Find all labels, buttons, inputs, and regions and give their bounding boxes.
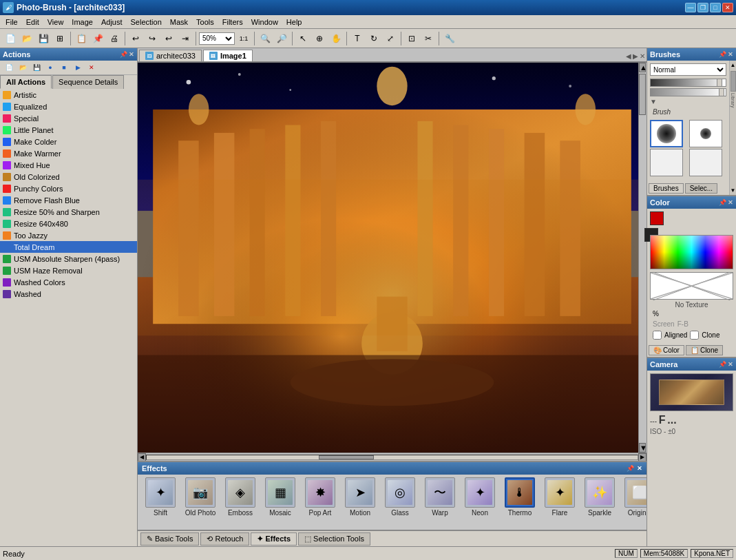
canvas-area[interactable]: ▲ ▼ — [138, 63, 646, 453]
brushes-scroll[interactable]: ▲ Library ▼ — [729, 61, 736, 195]
menu-filters[interactable]: Filters — [218, 17, 247, 28]
actions-new-btn[interactable]: 📄 — [3, 62, 15, 73]
brush-tab-select[interactable]: Selec... — [685, 183, 717, 194]
menu-edit[interactable]: Edit — [22, 17, 43, 28]
open-button[interactable]: 📂 — [19, 31, 34, 46]
doc-tab-image1[interactable]: 🖼 Image1 — [203, 50, 253, 61]
step-button[interactable]: ⇥ — [178, 31, 193, 46]
camera-pin-icon[interactable]: 📌 — [719, 361, 726, 368]
menu-help[interactable]: Help — [282, 17, 306, 28]
action-item-special[interactable]: Special — [0, 112, 137, 124]
effect-motion[interactable]: ➤ Motion — [343, 477, 377, 517]
hand-tool[interactable]: ✋ — [328, 31, 344, 46]
brushes-close-icon[interactable]: ✕ — [728, 51, 733, 58]
action-item-resize-640[interactable]: Resize 640x480 — [0, 218, 137, 229]
undo-button[interactable]: ↩ — [128, 31, 143, 46]
paste-button[interactable]: 📌 — [90, 31, 105, 46]
close-button[interactable]: ✕ — [722, 3, 733, 12]
scroll-arrow-left[interactable]: ◀ — [138, 453, 146, 462]
scroll-arrow-up[interactable]: ▲ — [639, 63, 646, 72]
grid-button[interactable]: ⊞ — [52, 31, 67, 46]
action-item-too-jazzy[interactable]: Too Jazzy — [0, 229, 137, 241]
brushes-scroll-thumb[interactable] — [730, 71, 736, 92]
effect-flare[interactable]: ✦ Flare — [543, 477, 577, 517]
minimize-button[interactable]: — — [685, 3, 696, 12]
actions-close-icon[interactable]: ✕ — [129, 51, 134, 58]
menu-selection[interactable]: Selection — [127, 17, 166, 28]
color-pin-icon[interactable]: 📌 — [719, 199, 726, 206]
color-tab-color[interactable]: 🎨 Color — [649, 345, 684, 355]
save-button[interactable]: 💾 — [36, 31, 51, 46]
text-tool[interactable]: T — [350, 31, 365, 46]
effect-glass[interactable]: ◎ Glass — [383, 477, 417, 517]
new-button[interactable]: 📄 — [3, 31, 18, 46]
transform-tool[interactable]: ⤢ — [383, 31, 398, 46]
action-item-make-warmer[interactable]: Make Warmer — [0, 147, 137, 159]
opacity-thumb[interactable] — [717, 79, 722, 87]
action-item-little-planet[interactable]: Little Planet — [0, 124, 137, 136]
texture-box[interactable] — [650, 272, 733, 300]
action-item-washed-colors[interactable]: Washed Colors — [0, 276, 137, 288]
effect-neon[interactable]: ✦ Neon — [463, 477, 497, 517]
tab-sequence-details[interactable]: Sequence Details — [52, 75, 124, 89]
blend-mode-select[interactable]: Normal Multiply Screen Overlay — [650, 63, 726, 76]
effect-sparkle[interactable]: ✨ Sparkle — [582, 477, 617, 517]
effect-thermo[interactable]: 🌡 Thermo — [503, 477, 537, 517]
tab-all-actions[interactable]: All Actions — [0, 75, 52, 89]
effect-shift[interactable]: ✦ Shift — [143, 477, 178, 517]
clone-checkbox[interactable] — [690, 331, 699, 340]
effect-original[interactable]: ⬜ Original — [622, 477, 646, 517]
action-item-mixed-hue[interactable]: Mixed Hue — [0, 159, 137, 171]
copy-button[interactable]: 📋 — [74, 31, 89, 46]
scroll-thumb-h[interactable] — [319, 455, 374, 459]
crop-tool[interactable]: ⊡ — [404, 31, 419, 46]
brush-tab-brushes[interactable]: Brushes — [649, 183, 684, 194]
zoom-out-button[interactable]: 🔍 — [257, 31, 273, 46]
actions-open-btn[interactable]: 📂 — [17, 62, 29, 73]
color-close-icon[interactable]: ✕ — [728, 199, 733, 206]
slice-tool[interactable]: ✂ — [421, 31, 436, 46]
actions-square-btn[interactable]: ■ — [58, 62, 70, 73]
aligned-checkbox[interactable] — [653, 331, 662, 340]
effect-mosaic[interactable]: ▦ Mosaic — [263, 477, 297, 517]
effect-old-photo[interactable]: 📷 Old Photo — [183, 477, 218, 517]
action-item-washed[interactable]: Washed — [0, 288, 137, 300]
actions-delete-btn[interactable]: ✕ — [85, 62, 98, 73]
bottom-tab-selection-tools[interactable]: ⬚ Selection Tools — [298, 532, 370, 546]
action-item-resize-50[interactable]: Resize 50% and Sharpen — [0, 206, 137, 218]
action-item-remove-flash-blue[interactable]: Remove Flash Blue — [0, 194, 137, 206]
menu-view[interactable]: View — [43, 17, 68, 28]
foreground-color[interactable] — [650, 211, 664, 225]
zoom-tool[interactable]: ⊕ — [312, 31, 327, 46]
scroll-arrow-right[interactable]: ▶ — [638, 453, 646, 462]
menu-file[interactable]: File — [1, 17, 22, 28]
action-item-artistic[interactable]: Artistic — [0, 89, 137, 101]
menu-image[interactable]: Image — [67, 17, 97, 28]
doc-next-icon[interactable]: ▶ — [633, 52, 638, 60]
rotate-tool[interactable]: ↻ — [366, 31, 381, 46]
canvas-scrollbar-v[interactable]: ▲ ▼ — [638, 63, 646, 453]
menu-window[interactable]: Window — [247, 17, 282, 28]
scroll-thumb-v[interactable] — [639, 74, 646, 115]
camera-close-icon[interactable]: ✕ — [728, 361, 733, 368]
brush-cell-3[interactable] — [650, 149, 683, 176]
pointer-tool[interactable]: ↖ — [295, 31, 311, 46]
brushes-pin-icon[interactable]: 📌 — [719, 51, 726, 58]
doc-tab-architec033[interactable]: 🖼 architec033 — [139, 50, 202, 61]
menu-mask[interactable]: Mask — [166, 17, 192, 28]
effects-pin-icon[interactable]: 📌 — [627, 465, 634, 472]
action-item-usm-absolute[interactable]: USM Absolute Sharpen (4pass) — [0, 253, 137, 265]
redo-button[interactable]: ↪ — [145, 31, 160, 46]
menu-adjust[interactable]: Adjust — [97, 17, 127, 28]
bottom-tab-basic-tools[interactable]: ✎ Basic Tools — [140, 532, 199, 546]
doc-close-icon[interactable]: ✕ — [640, 52, 645, 60]
brushes-scroll-up[interactable]: ▲ — [730, 62, 736, 68]
pin-icon[interactable]: 📌 — [120, 51, 127, 58]
action-item-old-colorized[interactable]: Old Colorized — [0, 171, 137, 183]
extra-tool[interactable]: 🔧 — [442, 31, 457, 46]
opacity-slider[interactable] — [650, 79, 726, 87]
effect-warp[interactable]: 〜 Warp — [423, 477, 457, 517]
menu-tools[interactable]: Tools — [192, 17, 218, 28]
flow-slider[interactable] — [650, 88, 726, 96]
flow-thumb[interactable] — [719, 88, 724, 96]
